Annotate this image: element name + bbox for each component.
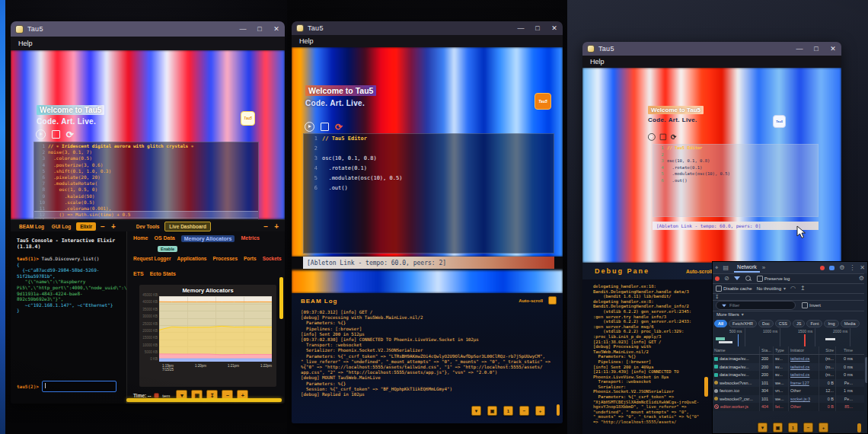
network-request-row[interactable]: websocket?_csr... 101 we... socket.js:3 … — [713, 395, 865, 404]
network-settings-gear-icon[interactable]: ⚙ — [859, 276, 864, 282]
minimize-button[interactable]: — — [235, 26, 251, 33]
column-header-initiator[interactable]: Initiator — [789, 346, 819, 354]
close-button[interactable]: ✕ — [546, 25, 563, 32]
kebab-menu-icon[interactable]: ⋮ — [849, 265, 855, 271]
debug-pane-scrollbar[interactable] — [857, 423, 861, 432]
request-initiator[interactable]: Other — [790, 404, 801, 409]
throttling-select[interactable]: No throttling — [757, 286, 781, 291]
stop-icon[interactable] — [321, 123, 329, 131]
request-initiator[interactable]: socket.js:3 — [790, 397, 810, 401]
preserve-log-checkbox[interactable] — [757, 276, 763, 282]
filter-chip[interactable]: Media — [841, 320, 860, 327]
request-initiator[interactable]: Other — [790, 388, 801, 393]
refresh-icon[interactable] — [66, 130, 75, 139]
network-request-row[interactable]: favicon.ico 304 vn... Other 12... 1 ms — [713, 387, 865, 395]
chevron-down-icon[interactable]: ▾ — [783, 286, 786, 291]
filter-chip[interactable]: Img — [824, 320, 838, 327]
pane-plus-button[interactable]: + — [271, 222, 282, 231]
search-icon[interactable] — [745, 276, 751, 281]
filter-chip[interactable]: Doc — [758, 320, 774, 327]
debug-tool-button[interactable]: 1 — [788, 423, 798, 432]
column-header-time[interactable]: Time — [836, 346, 854, 354]
more-tabs-icon[interactable]: » — [762, 265, 765, 271]
filter-chip[interactable]: Font — [806, 320, 822, 327]
titlebar[interactable]: Tau5 — □ ✕ — [582, 42, 841, 56]
settings-gear-icon[interactable]: ⚙ — [839, 265, 844, 271]
debug-log-scrollbar[interactable] — [704, 377, 708, 397]
log-tool-button[interactable]: 1 — [503, 406, 513, 416]
pane-plus-button[interactable]: + — [108, 222, 119, 231]
invert-checkbox[interactable] — [802, 302, 808, 308]
code-editor[interactable]: 1// Tau5 Editor23osc(10, 0.1, 0.8)4 .rot… — [653, 144, 819, 217]
timeline-overview[interactable]: 500 ms 1000 ms 1500 ms 2000 ms — [713, 328, 868, 347]
dashboard-nav-link[interactable]: Home — [133, 235, 148, 242]
filter-funnel-icon[interactable] — [734, 276, 740, 280]
pane-minus-button[interactable]: − — [260, 222, 271, 231]
help-menu[interactable]: Help — [582, 58, 605, 65]
network-conditions-icon[interactable]: ◠ — [790, 286, 796, 292]
network-request-row[interactable]: data:image/sv... 200 sv... tailwind.cs (… — [713, 363, 865, 372]
filter-chip[interactable]: Fetch/XHR — [729, 320, 757, 327]
dashboard-nav-link[interactable]: Metrics — [241, 235, 260, 242]
debug-tool-button[interactable]: ▣ — [773, 423, 783, 432]
pane-minus-button[interactable]: − — [97, 222, 108, 231]
network-request-row[interactable]: data:image/sv... 200 sv... tailwind.cs (… — [713, 371, 865, 379]
log-tool-button[interactable]: ▼ — [471, 406, 481, 416]
minimize-button[interactable]: — — [791, 46, 808, 53]
dashboard-nav-link[interactable]: Sockets — [263, 256, 282, 261]
log-tool-button[interactable]: + — [535, 406, 545, 416]
dashboard-vertical-scrollbar[interactable] — [279, 277, 283, 319]
code-editor[interactable]: 1// ✳ Iridescent digital aurora with gli… — [34, 142, 259, 219]
debug-tool-button[interactable]: − — [803, 423, 813, 432]
log-tool-button[interactable]: ▣ — [487, 406, 497, 416]
network-tab[interactable]: Network — [734, 263, 760, 273]
request-initiator[interactable]: tailwind.cs — [790, 356, 809, 361]
autoscroll-checkbox[interactable] — [548, 296, 557, 305]
devtools-scrollbar-track[interactable] — [864, 273, 868, 434]
maximize-button[interactable]: □ — [251, 26, 268, 33]
help-menu[interactable]: Help — [292, 37, 314, 45]
play-icon[interactable] — [36, 129, 46, 139]
more-filters-label[interactable]: More filters — [716, 312, 739, 317]
enable-badge[interactable]: Enable — [158, 246, 177, 252]
filter-input[interactable]: Filter — [716, 301, 796, 310]
log-scrollbar[interactable] — [557, 404, 560, 416]
import-har-icon[interactable]: ↥ — [800, 286, 806, 292]
filter-chip[interactable]: CSS — [775, 320, 791, 327]
debug-tool-button[interactable]: + — [819, 423, 828, 432]
titlebar[interactable]: Tau5 — □ ✕ — [11, 21, 285, 37]
dashboard-nav-link[interactable]: OS Data — [154, 235, 174, 242]
console-input[interactable] — [42, 381, 116, 392]
dashboard-nav-link[interactable]: Ports — [244, 256, 257, 261]
pane-tab[interactable]: Elixir — [76, 222, 96, 231]
pane-tab[interactable]: GUI Log — [48, 222, 75, 231]
code-editor[interactable]: 1// Tau5 Editor23osc(10, 0.1, 0.8)4 .rot… — [303, 133, 554, 254]
inspect-element-icon[interactable]: ⌖ — [715, 265, 719, 271]
column-header-status[interactable]: Sta... — [760, 346, 774, 354]
column-header-name[interactable]: Name — [713, 346, 760, 354]
filter-chip[interactable]: JS — [793, 320, 805, 327]
play-icon[interactable] — [648, 133, 656, 141]
refresh-icon[interactable] — [671, 133, 678, 140]
pane-tab[interactable]: Live Dashboard — [164, 222, 211, 231]
export-har-icon[interactable]: ↧ — [715, 294, 720, 299]
titlebar[interactable]: Tau5 — □ ✕ — [292, 21, 563, 35]
column-header-size[interactable]: Size — [819, 346, 836, 354]
pane-tab[interactable]: BEAM Log — [15, 222, 48, 231]
stop-icon[interactable] — [660, 134, 666, 140]
help-menu[interactable]: Help — [11, 40, 33, 47]
log-tool-button[interactable]: − — [519, 406, 529, 416]
debug-tool-button[interactable]: ▼ — [758, 423, 767, 432]
column-header-type[interactable]: Type — [774, 346, 789, 354]
feedback-icon[interactable] — [829, 266, 834, 270]
network-request-row[interactable]: data:image/sv... 200 sv... tailwind.cs (… — [713, 355, 865, 363]
device-toolbar-icon[interactable]: ▤ — [723, 265, 729, 271]
maximize-button[interactable]: □ — [529, 25, 546, 32]
maximize-button[interactable]: □ — [808, 46, 825, 53]
dashboard-nav-link[interactable]: Request Logger — [133, 256, 171, 261]
request-initiator[interactable]: frame:127 — [790, 381, 809, 385]
disable-cache-checkbox[interactable] — [716, 286, 722, 292]
dashboard-horizontal-scrollbar[interactable] — [126, 398, 282, 402]
close-button[interactable]: ✕ — [825, 46, 841, 53]
record-network-log-icon[interactable] — [715, 276, 720, 281]
